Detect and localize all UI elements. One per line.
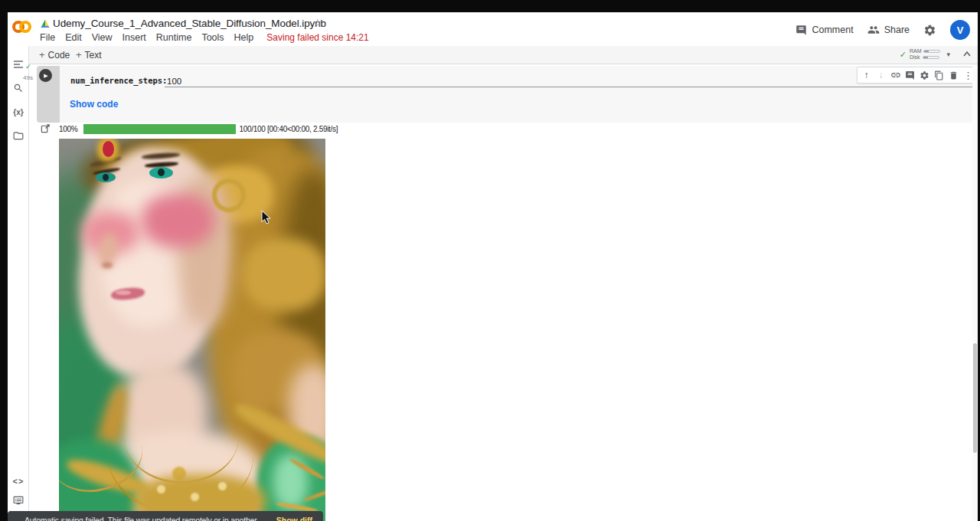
image-art-shape	[158, 169, 165, 176]
add-text-label: Text	[85, 50, 102, 61]
colab-window: Udemy_Course_1_Advanced_Stable_Diffusion…	[8, 12, 978, 521]
notebook-toolbar: + Code + Text ✓ RAM Disk ▾	[29, 46, 978, 64]
cell-execution-time: 49s	[23, 74, 33, 81]
image-art-shape	[218, 482, 227, 490]
menu-help[interactable]: Help	[234, 32, 254, 43]
show-diff-button[interactable]: Show diff	[276, 516, 312, 521]
comment-label: Comment	[812, 25, 853, 35]
cell-executed-check-icon: ✓	[25, 63, 31, 70]
drive-icon	[41, 19, 50, 28]
image-art-shape	[116, 290, 131, 295]
share-button[interactable]: Share	[867, 24, 910, 36]
chevron-up-icon	[962, 51, 972, 57]
save-failed-toast: Automatic saving failed. This file was u…	[8, 511, 323, 521]
menu-view[interactable]: View	[92, 32, 113, 43]
image-art-shape	[142, 194, 214, 247]
image-art-shape	[157, 485, 165, 493]
left-sidebar: {x} <>	[8, 46, 29, 521]
delete-cell-trash-icon[interactable]	[947, 68, 960, 82]
caret-down-icon: ▾	[946, 51, 950, 58]
code-snippets-icon[interactable]: <>	[8, 472, 29, 490]
save-status[interactable]: Saving failed since 14:21	[266, 32, 368, 43]
collapse-header-button[interactable]	[962, 51, 972, 57]
move-cell-up-icon[interactable]: ↑	[860, 68, 873, 82]
add-comment-icon[interactable]	[903, 68, 916, 82]
show-code-link[interactable]: Show code	[70, 99, 118, 110]
image-art-shape	[191, 493, 199, 501]
progress-bar	[83, 124, 236, 134]
menu-insert[interactable]: Insert	[122, 32, 146, 43]
resources-button[interactable]: ✓ RAM Disk ▾	[900, 48, 950, 61]
share-label: Share	[884, 25, 910, 35]
link-to-cell-icon[interactable]	[889, 68, 902, 82]
share-people-icon	[867, 24, 880, 36]
ram-label: RAM	[910, 48, 922, 54]
disk-usage-bar	[923, 56, 939, 59]
search-icon[interactable]	[8, 79, 29, 97]
mirror-cell-copy-icon[interactable]	[933, 68, 946, 82]
plus-icon: +	[39, 49, 45, 61]
cell-toolbar: ↑ ↓ ⋮	[857, 67, 978, 84]
image-art-shape	[212, 179, 246, 212]
terminal-icon[interactable]	[8, 491, 29, 510]
mouse-cursor	[261, 210, 272, 225]
header: Udemy_Course_1_Advanced_Stable_Diffusion…	[8, 12, 978, 46]
output-image	[59, 139, 325, 521]
code-cell: ▶ num_inference_steps: 100 Show code	[37, 66, 974, 123]
notebook-title[interactable]: Udemy_Course_1_Advanced_Stable_Diffusion…	[53, 18, 326, 29]
toast-message: Automatic saving failed. This file was u…	[24, 516, 264, 521]
menu-runtime[interactable]: Runtime	[156, 32, 192, 43]
image-art-shape	[103, 141, 114, 157]
add-text-button[interactable]: + Text	[76, 49, 102, 61]
menu-file[interactable]: File	[40, 32, 55, 43]
form-param-value: 100	[165, 77, 181, 86]
image-art-shape	[102, 262, 113, 268]
form-param-label: num_inference_steps:	[70, 76, 167, 85]
run-cell-button[interactable]: ▶	[39, 69, 52, 82]
move-cell-down-icon[interactable]: ↓	[874, 68, 887, 82]
disk-label: Disk	[910, 54, 920, 61]
scrollbar-thumb[interactable]	[973, 343, 977, 453]
header-actions: Comment Share V	[795, 20, 970, 40]
cell-settings-gear-icon[interactable]	[918, 68, 931, 82]
progress-detail: 100/100 [00:40<00:00, 2.59it/s]	[239, 125, 338, 133]
scrollbar-track[interactable]	[972, 64, 978, 521]
variables-icon[interactable]: {x}	[8, 103, 29, 121]
image-art-shape	[103, 174, 109, 181]
connected-check-icon: ✓	[900, 50, 906, 60]
menu-bar: File Edit View Insert Runtime Tools Help…	[40, 32, 369, 43]
progress-percent: 100%	[59, 125, 77, 133]
comment-icon	[795, 25, 807, 36]
image-art-shape	[273, 454, 308, 510]
ram-usage-bar	[923, 50, 940, 53]
image-art-shape	[243, 238, 325, 311]
star-icon[interactable]: ☆	[312, 16, 322, 30]
form-param-input[interactable]: 100	[165, 74, 972, 87]
colab-logo[interactable]	[12, 21, 31, 33]
gear-icon	[923, 24, 936, 37]
menu-edit[interactable]: Edit	[65, 32, 82, 43]
avatar[interactable]: V	[950, 20, 970, 40]
plus-icon: +	[76, 49, 82, 61]
comment-button[interactable]: Comment	[795, 25, 853, 36]
settings-button[interactable]	[923, 24, 936, 37]
add-code-label: Code	[48, 50, 70, 61]
progress-output: 100% 100/100 [00:40<00:00, 2.59it/s]	[41, 124, 338, 134]
colab-logo-right-ring	[19, 21, 31, 33]
add-code-button[interactable]: + Code	[39, 49, 70, 61]
menu-tools[interactable]: Tools	[201, 32, 224, 43]
files-folder-icon[interactable]	[8, 126, 29, 145]
